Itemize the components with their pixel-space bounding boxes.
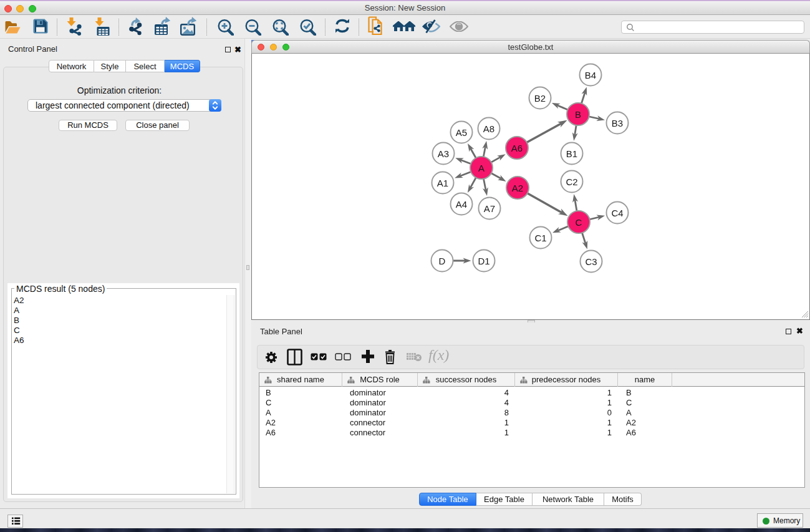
svg-text:A5: A5 [456, 127, 467, 138]
svg-text:A2: A2 [512, 183, 523, 193]
svg-text:B: B [575, 109, 581, 120]
svg-text:A4: A4 [456, 199, 467, 210]
svg-text:D: D [439, 256, 446, 266]
svg-text:A8: A8 [483, 123, 494, 134]
svg-text:B1: B1 [566, 148, 577, 159]
svg-text:C4: C4 [611, 208, 623, 218]
svg-text:A3: A3 [438, 148, 449, 159]
svg-text:C1: C1 [534, 233, 546, 243]
svg-text:A: A [478, 163, 485, 173]
svg-text:B2: B2 [534, 93, 546, 104]
svg-text:A7: A7 [484, 203, 495, 214]
svg-text:C3: C3 [585, 256, 597, 267]
svg-text:C: C [576, 217, 582, 228]
svg-text:A6: A6 [511, 143, 523, 153]
svg-text:C2: C2 [566, 177, 577, 187]
svg-text:B3: B3 [612, 118, 623, 128]
svg-text:B4: B4 [585, 70, 596, 80]
svg-text:D1: D1 [478, 256, 489, 266]
svg-text:A1: A1 [437, 178, 448, 188]
